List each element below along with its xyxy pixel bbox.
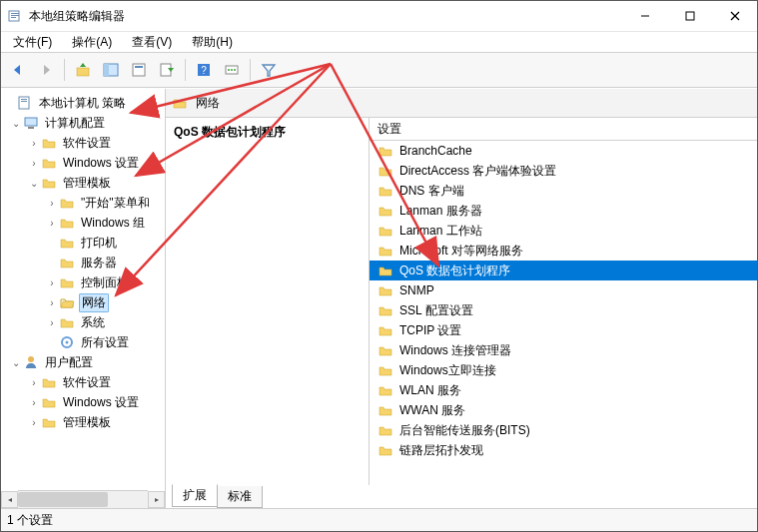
tree-windows-components[interactable]: › Windows 组	[1, 213, 165, 233]
menu-view[interactable]: 查看(V)	[124, 33, 180, 52]
folder-icon	[378, 243, 393, 259]
settings-list[interactable]: BranchCacheDirectAccess 客户端体验设置DNS 客户端La…	[370, 141, 757, 485]
close-button[interactable]	[712, 1, 757, 31]
toolbar-separator	[250, 59, 251, 81]
show-hide-tree-button[interactable]	[98, 57, 124, 83]
tree-printers[interactable]: 打印机	[1, 233, 165, 253]
list-item[interactable]: Windows立即连接	[370, 360, 757, 380]
tree-label: 本地计算机 策略	[37, 95, 128, 112]
expand-icon[interactable]: ›	[27, 417, 41, 428]
title-bar: 本地组策略编辑器	[1, 1, 757, 32]
tab-extended[interactable]: 扩展	[172, 484, 218, 507]
expand-icon[interactable]: ›	[27, 397, 41, 408]
back-button[interactable]	[5, 57, 31, 83]
svg-rect-5	[686, 12, 694, 20]
list-item-label: Windows立即连接	[399, 362, 496, 379]
scroll-track[interactable]	[18, 490, 148, 508]
collapse-icon[interactable]: ⌄	[9, 357, 23, 368]
tree-user-admin-templates[interactable]: › 管理模板	[1, 412, 165, 432]
expand-icon[interactable]: ›	[27, 377, 41, 388]
scroll-left-button[interactable]: ◂	[1, 491, 18, 508]
app-icon	[7, 8, 23, 24]
list-item[interactable]: SNMP	[370, 280, 757, 300]
tree-windows-settings[interactable]: › Windows 设置	[1, 153, 165, 173]
list-item[interactable]: Windows 连接管理器	[370, 340, 757, 360]
folder-icon	[378, 342, 393, 358]
list-item[interactable]: Lanman 服务器	[370, 201, 757, 221]
svg-marker-24	[263, 65, 275, 76]
tree-network[interactable]: › 网络	[1, 292, 165, 312]
folder-icon	[378, 143, 393, 159]
tree-label: 管理模板	[61, 175, 113, 192]
list-item[interactable]: WWAN 服务	[370, 400, 757, 420]
minimize-button[interactable]	[622, 1, 667, 31]
expand-icon[interactable]: ›	[45, 297, 59, 308]
menu-file[interactable]: 文件(F)	[5, 33, 60, 52]
list-item[interactable]: Lanman 工作站	[370, 221, 757, 241]
maximize-button[interactable]	[667, 1, 712, 31]
window-title: 本地组策略编辑器	[29, 8, 622, 25]
expand-icon[interactable]: ›	[45, 218, 59, 229]
tree-system[interactable]: › 系统	[1, 312, 165, 332]
list-item[interactable]: 后台智能传送服务(BITS)	[370, 420, 757, 440]
tree-all-settings[interactable]: 所有设置	[1, 332, 165, 352]
list-item-label: SNMP	[399, 283, 434, 297]
expand-icon[interactable]: ›	[45, 277, 59, 288]
list-item[interactable]: SSL 配置设置	[370, 300, 757, 320]
tree-servers[interactable]: 服务器	[1, 253, 165, 272]
help-button[interactable]: ?	[191, 57, 217, 83]
expand-icon[interactable]: ›	[27, 138, 41, 149]
tree-start-menu[interactable]: › "开始"菜单和	[1, 193, 165, 213]
svg-point-21	[228, 69, 230, 71]
menu-action[interactable]: 操作(A)	[64, 33, 120, 52]
list-item[interactable]: BranchCache	[370, 141, 757, 161]
tree-user-windows-settings[interactable]: › Windows 设置	[1, 392, 165, 412]
tree-label: 控制面板	[79, 274, 131, 291]
expand-icon[interactable]: ›	[45, 198, 59, 209]
list-item[interactable]: WLAN 服务	[370, 380, 757, 400]
list-item-label: DNS 客户端	[399, 183, 464, 200]
list-item[interactable]: DNS 客户端	[370, 181, 757, 201]
scroll-thumb[interactable]	[18, 492, 108, 507]
svg-rect-3	[11, 17, 16, 18]
tree-software-settings[interactable]: › 软件设置	[1, 133, 165, 153]
tree-user-config[interactable]: ⌄ 用户配置	[1, 352, 165, 372]
tree-admin-templates[interactable]: ⌄ 管理模板	[1, 173, 165, 193]
tree-horizontal-scrollbar[interactable]: ◂ ▸	[1, 491, 165, 508]
column-header-setting[interactable]: 设置	[378, 121, 401, 138]
list-item[interactable]: 链路层拓扑发现	[370, 440, 757, 460]
tree-panel[interactable]: 本地计算机 策略 ⌄ 计算机配置 › 软件设置 › Windows 设置	[1, 89, 166, 508]
tree-computer-config[interactable]: ⌄ 计算机配置	[1, 113, 165, 133]
expand-icon[interactable]: ›	[27, 158, 41, 169]
collapse-icon[interactable]: ⌄	[9, 118, 23, 129]
list-header[interactable]: 设置	[370, 118, 757, 141]
svg-text:?: ?	[201, 65, 207, 76]
properties-button[interactable]	[126, 57, 152, 83]
expand-icon[interactable]: ›	[45, 317, 59, 328]
folder-icon	[378, 422, 393, 438]
list-item[interactable]: QoS 数据包计划程序	[370, 261, 757, 280]
menu-help[interactable]: 帮助(H)	[184, 33, 241, 52]
export-button[interactable]	[154, 57, 180, 83]
options-button[interactable]	[219, 57, 245, 83]
forward-button[interactable]	[33, 57, 59, 83]
tree-root[interactable]: 本地计算机 策略	[1, 93, 165, 113]
list-item[interactable]: TCPIP 设置	[370, 320, 757, 340]
list-item[interactable]: Microsoft 对等网络服务	[370, 241, 757, 261]
menu-bar: 文件(F) 操作(A) 查看(V) 帮助(H)	[1, 32, 757, 53]
up-button[interactable]	[70, 57, 96, 83]
scroll-right-button[interactable]: ▸	[148, 491, 165, 508]
folder-icon	[59, 255, 75, 270]
svg-rect-10	[77, 68, 89, 76]
svg-rect-13	[104, 64, 109, 76]
tab-standard[interactable]: 标准	[217, 486, 263, 508]
content-header: 网络	[166, 89, 757, 118]
tree-label: Windows 设置	[61, 155, 141, 172]
list-item-label: 后台智能传送服务(BITS)	[399, 422, 530, 439]
filter-button[interactable]	[256, 57, 282, 83]
tree-user-software-settings[interactable]: › 软件设置	[1, 372, 165, 392]
tree-control-panel[interactable]: › 控制面板	[1, 272, 165, 292]
list-item[interactable]: DirectAccess 客户端体验设置	[370, 161, 757, 181]
folder-icon	[378, 163, 393, 179]
collapse-icon[interactable]: ⌄	[27, 178, 41, 189]
